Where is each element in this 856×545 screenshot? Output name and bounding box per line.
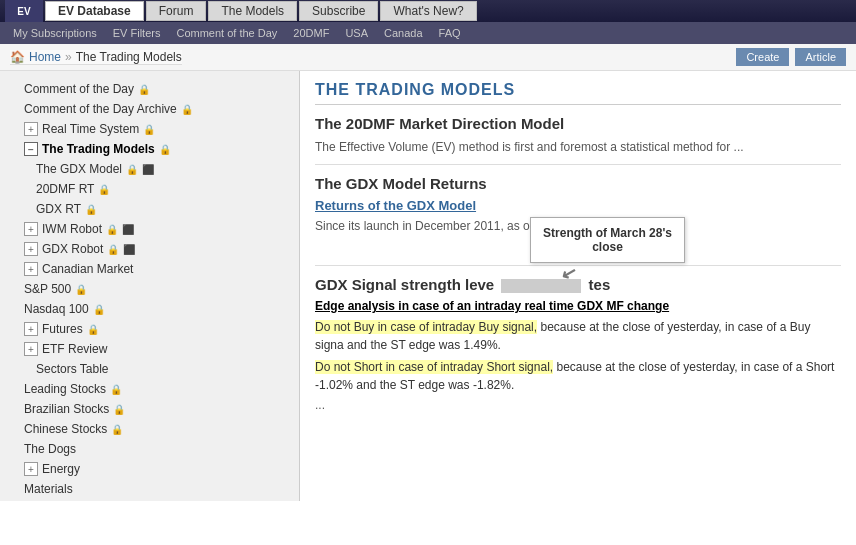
nav-tab-forum[interactable]: Forum [146, 1, 207, 21]
sidebar-item-materials[interactable]: Materials [0, 479, 299, 499]
create-button[interactable]: Create [736, 48, 789, 66]
lock-icon-gdx-model: 🔒 [126, 164, 138, 175]
top-nav-bar: EV EV Database Forum The Models Subscrib… [0, 0, 856, 22]
nav-tab-subscribe[interactable]: Subscribe [299, 1, 378, 21]
energy-label: Energy [42, 462, 80, 476]
breadcrumb-home[interactable]: Home [29, 50, 61, 64]
real-time-label: Real Time System [42, 122, 139, 136]
chinese-stocks-label: Chinese Stocks [24, 422, 107, 436]
expand-icon-iwm-robot[interactable]: + [24, 222, 38, 236]
section2-content: Since its launch in December 2011, as o … [315, 217, 841, 235]
sidebar-item-the-dogs[interactable]: The Dogs [0, 439, 299, 459]
article-button[interactable]: Article [795, 48, 846, 66]
sidebar-item-futures[interactable]: + Futures 🔒 [0, 319, 299, 339]
sidebar-item-nasdaq100[interactable]: Nasdaq 100 🔒 [0, 299, 299, 319]
section3-heading: GDX Signal strength leve tes [315, 276, 841, 293]
page-title: THE TRADING MODELS [315, 81, 841, 105]
sec-nav-ev-filters[interactable]: EV Filters [105, 27, 169, 39]
iwm-robot-label: IWM Robot [42, 222, 102, 236]
sidebar-item-sp500[interactable]: S&P 500 🔒 [0, 279, 299, 299]
lock-icon-comment-archive: 🔒 [181, 104, 193, 115]
sidebar-item-sectors-table[interactable]: Sectors Table [0, 359, 299, 379]
gdx-model-label: The GDX Model [36, 162, 122, 176]
secondary-nav: My Subscriptions EV Filters Comment of t… [0, 22, 856, 44]
line2: Do not Short in case of intraday Short s… [315, 358, 841, 394]
sec-nav-usa[interactable]: USA [337, 27, 376, 39]
materials-label: Materials [24, 482, 73, 496]
divider1 [315, 164, 841, 165]
sidebar-item-brazilian-stocks[interactable]: Brazilian Stocks 🔒 [0, 399, 299, 419]
callout-box: Strength of March 28's close ↙ [530, 217, 685, 263]
leading-stocks-label: Leading Stocks [24, 382, 106, 396]
20dmf-rt-label: 20DMF RT [36, 182, 94, 196]
sidebar-item-gdx-robot[interactable]: + GDX Robot 🔒 ⬛ [0, 239, 299, 259]
sidebar-item-canadian-market[interactable]: + Canadian Market [0, 259, 299, 279]
sp500-label: S&P 500 [24, 282, 71, 296]
expand-icon-futures[interactable]: + [24, 322, 38, 336]
home-icon: 🏠 [10, 50, 25, 64]
lock-icon-iwm-robot: 🔒 [106, 224, 118, 235]
lock-icon-gdx-rt: 🔒 [85, 204, 97, 215]
expand-icon-trading-models[interactable]: − [24, 142, 38, 156]
sidebar-item-etf-review[interactable]: + ETF Review [0, 339, 299, 359]
sidebar-item-leading-stocks[interactable]: Leading Stocks 🔒 [0, 379, 299, 399]
etf-review-label: ETF Review [42, 342, 107, 356]
nav-tab-ev-database[interactable]: EV Database [45, 1, 144, 21]
breadcrumb-separator: » [65, 50, 72, 64]
lock-icon-chinese-stocks: 🔒 [111, 424, 123, 435]
gdx-model-icon: ⬛ [142, 164, 154, 175]
expand-icon-gdx-robot[interactable]: + [24, 242, 38, 256]
section1-heading: The 20DMF Market Direction Model [315, 115, 841, 132]
lock-icon-comment-day: 🔒 [138, 84, 150, 95]
sidebar-item-energy[interactable]: + Energy [0, 459, 299, 479]
comment-archive-label: Comment of the Day Archive [24, 102, 177, 116]
lock-icon-brazilian-stocks: 🔒 [113, 404, 125, 415]
lock-icon-gdx-robot: 🔒 [107, 244, 119, 255]
lock-icon-trading-models: 🔒 [159, 144, 171, 155]
expand-icon-canadian-market[interactable]: + [24, 262, 38, 276]
sidebar-item-comment-archive[interactable]: Comment of the Day Archive 🔒 [0, 99, 299, 119]
expand-icon-etf-review[interactable]: + [24, 342, 38, 356]
sidebar-item-trading-models[interactable]: − The Trading Models 🔒 [0, 139, 299, 159]
the-dogs-label: The Dogs [24, 442, 76, 456]
ellipsis-text: ... [315, 398, 841, 412]
sidebar-item-real-time-system[interactable]: + Real Time System 🔒 [0, 119, 299, 139]
gdx-robot-icon: ⬛ [123, 244, 135, 255]
sec-nav-canada[interactable]: Canada [376, 27, 431, 39]
sec-nav-faq[interactable]: FAQ [431, 27, 469, 39]
lock-icon-sp500: 🔒 [75, 284, 87, 295]
sidebar-item-comment-of-the-day[interactable]: Comment of the Day 🔒 [0, 79, 299, 99]
edge-analysis-label: Edge analysis in case of an intraday rea… [315, 299, 841, 313]
site-logo[interactable]: EV [5, 0, 43, 22]
line1-highlight: Do not Buy in case of intraday Buy signa… [315, 320, 537, 334]
futures-label: Futures [42, 322, 83, 336]
section2-subheading: Returns of the GDX Model [315, 198, 841, 213]
canadian-market-label: Canadian Market [42, 262, 133, 276]
sec-nav-my-subscriptions[interactable]: My Subscriptions [5, 27, 105, 39]
main-layout: Comment of the Day 🔒 Comment of the Day … [0, 71, 856, 501]
lock-icon-futures: 🔒 [87, 324, 99, 335]
iwm-robot-icon: ⬛ [122, 224, 134, 235]
expand-icon-real-time[interactable]: + [24, 122, 38, 136]
sidebar-item-iwm-robot[interactable]: + IWM Robot 🔒 ⬛ [0, 219, 299, 239]
gdx-rt-label: GDX RT [36, 202, 81, 216]
sec-nav-comment-of-the-day[interactable]: Comment of the Day [168, 27, 285, 39]
sidebar: Comment of the Day 🔒 Comment of the Day … [0, 71, 300, 501]
line1: Do not Buy in case of intraday Buy signa… [315, 318, 841, 354]
breadcrumb: 🏠 Home » The Trading Models [10, 50, 182, 65]
sidebar-item-chinese-stocks[interactable]: Chinese Stocks 🔒 [0, 419, 299, 439]
nasdaq100-label: Nasdaq 100 [24, 302, 89, 316]
nav-tab-whats-new[interactable]: What's New? [380, 1, 476, 21]
trading-models-label: The Trading Models [42, 142, 155, 156]
line2-highlight: Do not Short in case of intraday Short s… [315, 360, 553, 374]
lock-icon-20dmf-rt: 🔒 [98, 184, 110, 195]
nav-tab-the-models[interactable]: The Models [208, 1, 297, 21]
sidebar-item-gdx-rt[interactable]: GDX RT 🔒 [0, 199, 299, 219]
breadcrumb-current: The Trading Models [76, 50, 182, 64]
expand-icon-energy[interactable]: + [24, 462, 38, 476]
main-nav-tabs: EV Database Forum The Models Subscribe W… [45, 1, 477, 21]
sidebar-item-gdx-model[interactable]: The GDX Model 🔒 ⬛ [0, 159, 299, 179]
sidebar-item-20dmf-rt[interactable]: 20DMF RT 🔒 [0, 179, 299, 199]
sec-nav-20dmf[interactable]: 20DMF [285, 27, 337, 39]
lock-icon-leading-stocks: 🔒 [110, 384, 122, 395]
